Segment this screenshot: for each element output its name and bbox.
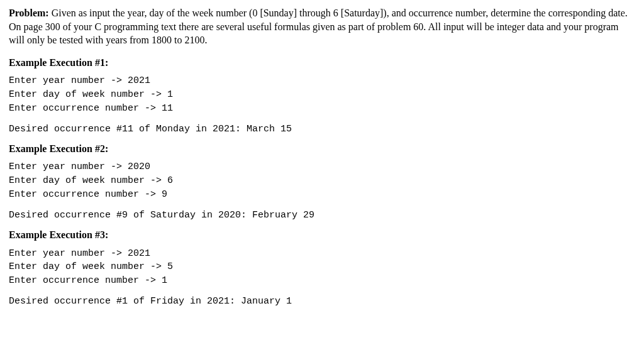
example-1: Example Execution #1: Enter year number … bbox=[9, 56, 635, 136]
example-2: Example Execution #2: Enter year number … bbox=[9, 142, 635, 222]
problem-label: Problem: bbox=[9, 8, 49, 18]
example-3: Example Execution #3: Enter year number … bbox=[9, 228, 635, 308]
example-output-line: Desired occurrence #1 of Friday in 2021:… bbox=[9, 295, 635, 308]
example-heading: Example Execution #1: bbox=[9, 56, 635, 70]
example-input-block: Enter year number -> 2021 Enter day of w… bbox=[9, 247, 635, 288]
problem-text: Given as input the year, day of the week… bbox=[9, 8, 628, 45]
problem-statement: Problem: Given as input the year, day of… bbox=[9, 6, 635, 47]
example-input-block: Enter year number -> 2021 Enter day of w… bbox=[9, 74, 635, 115]
example-output-line: Desired occurrence #9 of Saturday in 202… bbox=[9, 209, 635, 222]
example-input-block: Enter year number -> 2020 Enter day of w… bbox=[9, 160, 635, 201]
example-heading: Example Execution #2: bbox=[9, 142, 635, 156]
example-output-line: Desired occurrence #11 of Monday in 2021… bbox=[9, 123, 635, 136]
example-heading: Example Execution #3: bbox=[9, 228, 635, 242]
